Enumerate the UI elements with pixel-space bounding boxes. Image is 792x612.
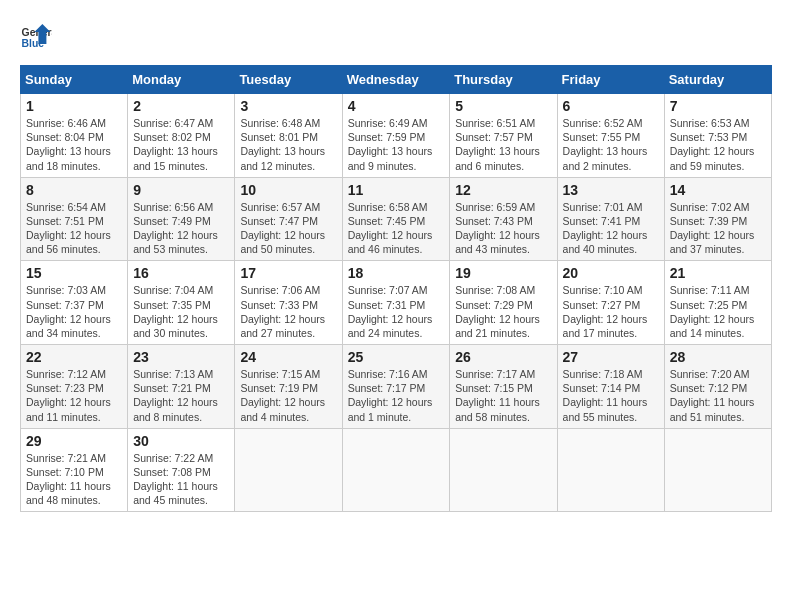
calendar-week-row: 15Sunrise: 7:03 AM Sunset: 7:37 PM Dayli…: [21, 261, 772, 345]
calendar-cell: 3Sunrise: 6:48 AM Sunset: 8:01 PM Daylig…: [235, 94, 342, 178]
day-number: 25: [348, 349, 445, 365]
calendar-week-row: 1Sunrise: 6:46 AM Sunset: 8:04 PM Daylig…: [21, 94, 772, 178]
day-number: 23: [133, 349, 229, 365]
calendar-cell: 18Sunrise: 7:07 AM Sunset: 7:31 PM Dayli…: [342, 261, 450, 345]
calendar-cell: 13Sunrise: 7:01 AM Sunset: 7:41 PM Dayli…: [557, 177, 664, 261]
day-info: Sunrise: 6:49 AM Sunset: 7:59 PM Dayligh…: [348, 116, 445, 173]
calendar-week-row: 29Sunrise: 7:21 AM Sunset: 7:10 PM Dayli…: [21, 428, 772, 512]
logo: General Blue: [20, 20, 56, 52]
day-number: 13: [563, 182, 659, 198]
column-header-wednesday: Wednesday: [342, 66, 450, 94]
column-header-monday: Monday: [128, 66, 235, 94]
day-info: Sunrise: 6:51 AM Sunset: 7:57 PM Dayligh…: [455, 116, 551, 173]
day-info: Sunrise: 7:20 AM Sunset: 7:12 PM Dayligh…: [670, 367, 766, 424]
calendar-cell: 2Sunrise: 6:47 AM Sunset: 8:02 PM Daylig…: [128, 94, 235, 178]
day-number: 6: [563, 98, 659, 114]
calendar-cell: [235, 428, 342, 512]
calendar-cell: 16Sunrise: 7:04 AM Sunset: 7:35 PM Dayli…: [128, 261, 235, 345]
calendar-cell: [450, 428, 557, 512]
column-header-thursday: Thursday: [450, 66, 557, 94]
calendar-cell: 23Sunrise: 7:13 AM Sunset: 7:21 PM Dayli…: [128, 345, 235, 429]
day-number: 4: [348, 98, 445, 114]
day-info: Sunrise: 7:01 AM Sunset: 7:41 PM Dayligh…: [563, 200, 659, 257]
calendar-cell: 7Sunrise: 6:53 AM Sunset: 7:53 PM Daylig…: [664, 94, 771, 178]
day-number: 27: [563, 349, 659, 365]
calendar-header-row: SundayMondayTuesdayWednesdayThursdayFrid…: [21, 66, 772, 94]
day-number: 18: [348, 265, 445, 281]
calendar-cell: 10Sunrise: 6:57 AM Sunset: 7:47 PM Dayli…: [235, 177, 342, 261]
calendar-cell: [342, 428, 450, 512]
day-number: 8: [26, 182, 122, 198]
day-info: Sunrise: 6:59 AM Sunset: 7:43 PM Dayligh…: [455, 200, 551, 257]
day-number: 21: [670, 265, 766, 281]
day-info: Sunrise: 7:18 AM Sunset: 7:14 PM Dayligh…: [563, 367, 659, 424]
calendar-cell: 15Sunrise: 7:03 AM Sunset: 7:37 PM Dayli…: [21, 261, 128, 345]
calendar-cell: 28Sunrise: 7:20 AM Sunset: 7:12 PM Dayli…: [664, 345, 771, 429]
column-header-friday: Friday: [557, 66, 664, 94]
day-info: Sunrise: 6:54 AM Sunset: 7:51 PM Dayligh…: [26, 200, 122, 257]
calendar-week-row: 8Sunrise: 6:54 AM Sunset: 7:51 PM Daylig…: [21, 177, 772, 261]
calendar-cell: 14Sunrise: 7:02 AM Sunset: 7:39 PM Dayli…: [664, 177, 771, 261]
calendar-cell: 22Sunrise: 7:12 AM Sunset: 7:23 PM Dayli…: [21, 345, 128, 429]
day-number: 1: [26, 98, 122, 114]
day-number: 30: [133, 433, 229, 449]
calendar-cell: 20Sunrise: 7:10 AM Sunset: 7:27 PM Dayli…: [557, 261, 664, 345]
day-info: Sunrise: 7:13 AM Sunset: 7:21 PM Dayligh…: [133, 367, 229, 424]
calendar-cell: 1Sunrise: 6:46 AM Sunset: 8:04 PM Daylig…: [21, 94, 128, 178]
day-info: Sunrise: 7:22 AM Sunset: 7:08 PM Dayligh…: [133, 451, 229, 508]
calendar-cell: 5Sunrise: 6:51 AM Sunset: 7:57 PM Daylig…: [450, 94, 557, 178]
day-info: Sunrise: 7:02 AM Sunset: 7:39 PM Dayligh…: [670, 200, 766, 257]
calendar-cell: 27Sunrise: 7:18 AM Sunset: 7:14 PM Dayli…: [557, 345, 664, 429]
calendar-cell: 24Sunrise: 7:15 AM Sunset: 7:19 PM Dayli…: [235, 345, 342, 429]
day-info: Sunrise: 7:08 AM Sunset: 7:29 PM Dayligh…: [455, 283, 551, 340]
calendar-week-row: 22Sunrise: 7:12 AM Sunset: 7:23 PM Dayli…: [21, 345, 772, 429]
day-number: 26: [455, 349, 551, 365]
day-number: 29: [26, 433, 122, 449]
day-info: Sunrise: 7:07 AM Sunset: 7:31 PM Dayligh…: [348, 283, 445, 340]
day-number: 15: [26, 265, 122, 281]
column-header-sunday: Sunday: [21, 66, 128, 94]
day-info: Sunrise: 7:04 AM Sunset: 7:35 PM Dayligh…: [133, 283, 229, 340]
calendar-cell: 11Sunrise: 6:58 AM Sunset: 7:45 PM Dayli…: [342, 177, 450, 261]
day-info: Sunrise: 7:16 AM Sunset: 7:17 PM Dayligh…: [348, 367, 445, 424]
day-number: 10: [240, 182, 336, 198]
day-info: Sunrise: 6:58 AM Sunset: 7:45 PM Dayligh…: [348, 200, 445, 257]
calendar-table: SundayMondayTuesdayWednesdayThursdayFrid…: [20, 65, 772, 512]
day-info: Sunrise: 6:53 AM Sunset: 7:53 PM Dayligh…: [670, 116, 766, 173]
day-info: Sunrise: 7:10 AM Sunset: 7:27 PM Dayligh…: [563, 283, 659, 340]
calendar-cell: [557, 428, 664, 512]
day-info: Sunrise: 7:17 AM Sunset: 7:15 PM Dayligh…: [455, 367, 551, 424]
day-number: 9: [133, 182, 229, 198]
calendar-cell: 26Sunrise: 7:17 AM Sunset: 7:15 PM Dayli…: [450, 345, 557, 429]
calendar-cell: 29Sunrise: 7:21 AM Sunset: 7:10 PM Dayli…: [21, 428, 128, 512]
column-header-tuesday: Tuesday: [235, 66, 342, 94]
calendar-cell: 9Sunrise: 6:56 AM Sunset: 7:49 PM Daylig…: [128, 177, 235, 261]
day-number: 5: [455, 98, 551, 114]
day-number: 28: [670, 349, 766, 365]
day-info: Sunrise: 6:47 AM Sunset: 8:02 PM Dayligh…: [133, 116, 229, 173]
day-number: 12: [455, 182, 551, 198]
day-number: 2: [133, 98, 229, 114]
day-number: 19: [455, 265, 551, 281]
day-number: 14: [670, 182, 766, 198]
calendar-cell: 19Sunrise: 7:08 AM Sunset: 7:29 PM Dayli…: [450, 261, 557, 345]
day-number: 3: [240, 98, 336, 114]
day-info: Sunrise: 6:56 AM Sunset: 7:49 PM Dayligh…: [133, 200, 229, 257]
day-info: Sunrise: 6:52 AM Sunset: 7:55 PM Dayligh…: [563, 116, 659, 173]
calendar-cell: [664, 428, 771, 512]
day-number: 22: [26, 349, 122, 365]
day-number: 16: [133, 265, 229, 281]
calendar-cell: 17Sunrise: 7:06 AM Sunset: 7:33 PM Dayli…: [235, 261, 342, 345]
calendar-cell: 12Sunrise: 6:59 AM Sunset: 7:43 PM Dayli…: [450, 177, 557, 261]
day-info: Sunrise: 7:12 AM Sunset: 7:23 PM Dayligh…: [26, 367, 122, 424]
day-number: 11: [348, 182, 445, 198]
calendar-cell: 21Sunrise: 7:11 AM Sunset: 7:25 PM Dayli…: [664, 261, 771, 345]
logo-icon: General Blue: [20, 20, 52, 52]
day-number: 24: [240, 349, 336, 365]
day-info: Sunrise: 7:03 AM Sunset: 7:37 PM Dayligh…: [26, 283, 122, 340]
day-info: Sunrise: 7:15 AM Sunset: 7:19 PM Dayligh…: [240, 367, 336, 424]
day-info: Sunrise: 7:11 AM Sunset: 7:25 PM Dayligh…: [670, 283, 766, 340]
day-number: 20: [563, 265, 659, 281]
day-info: Sunrise: 7:06 AM Sunset: 7:33 PM Dayligh…: [240, 283, 336, 340]
calendar-cell: 6Sunrise: 6:52 AM Sunset: 7:55 PM Daylig…: [557, 94, 664, 178]
